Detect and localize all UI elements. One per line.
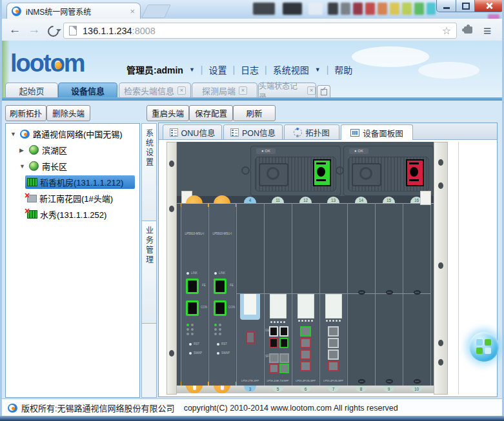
card-handle [270, 294, 287, 318]
quick-tile [485, 348, 491, 354]
delete-headend-button[interactable]: 删除头端 [46, 105, 90, 121]
card-model-label: LP59-2TE-XFP [237, 379, 263, 382]
fe-port [186, 279, 199, 294]
canvas-edge [458, 142, 459, 395]
psu-ok-label: ● OK [256, 148, 276, 154]
sysview-caret-icon[interactable]: ▼ [315, 66, 321, 73]
page-icon [69, 26, 77, 35]
psu-module-1: ● OK [250, 146, 341, 196]
tab-onu-info[interactable]: ONU信息 [163, 124, 222, 140]
cloud-decoration [352, 46, 429, 67]
quick-launch-button[interactable] [469, 332, 499, 362]
refresh-topology-button[interactable]: 刷新拓扑 [5, 105, 46, 121]
quick-tile [476, 339, 483, 346]
caret-down-icon[interactable]: ▼ [19, 163, 25, 170]
list-icon [230, 128, 239, 137]
menu-logs[interactable]: 日志 [241, 63, 259, 76]
desktop-blob [378, 3, 387, 15]
tab-close-icon[interactable]: × [177, 86, 186, 95]
reload-icon[interactable] [48, 26, 59, 37]
menu-sysview[interactable]: 系统视图 [273, 63, 309, 76]
led-cluster [214, 324, 221, 335]
pon-port [300, 338, 311, 348]
tab-close-icon[interactable]: × [307, 86, 316, 95]
card-model-label: LP59-4GE-TX/SFP [265, 379, 291, 382]
url-port: :8008 [132, 26, 156, 36]
tab-search-headend[interactable]: 检索头端信息× [119, 83, 191, 98]
console-port [186, 300, 199, 316]
card-4pon-2: LP59-4PON-SFP [320, 294, 347, 386]
save-config-button[interactable]: 保存配置 [189, 105, 233, 121]
pon-port [300, 361, 311, 371]
card-handle [297, 294, 314, 318]
lootom-logo: lootom [10, 49, 85, 77]
tab-close-icon[interactable]: × [130, 7, 135, 15]
ge-port [269, 338, 278, 348]
desktop-blob [414, 3, 424, 15]
tree-item-shuixiu[interactable]: × 水秀(131.1.1.252) [27, 208, 106, 221]
tab-start-page[interactable]: 起始页 [5, 83, 58, 98]
ge-port [269, 326, 278, 337]
url-bar[interactable]: 136.1.1.234:8008 ☆ [63, 23, 457, 39]
sfp-port [269, 353, 279, 363]
window-maximize-button[interactable] [456, 0, 476, 12]
tree-item-root[interactable]: 路通视信网络(中国无锡) [20, 127, 123, 141]
tree-item-daoxiang[interactable]: 稻香机房(131.1.1.212) [27, 175, 123, 189]
tab-expand-button[interactable] [317, 85, 330, 98]
tab-probe-office[interactable]: 探测局端× [192, 83, 257, 98]
refresh-button[interactable]: 刷新 [233, 105, 276, 121]
restart-headend-button[interactable]: 重启头端 [146, 105, 189, 121]
psu-connector [352, 163, 381, 186]
tab-headend-status[interactable]: 头端状态记录× [258, 83, 316, 98]
desktop-blob [341, 3, 350, 15]
detail-tabbar: ONU信息 PON信息 拓扑图 设备面板图 [159, 123, 497, 140]
tree-item-binhu[interactable]: 滨湖区 [29, 143, 67, 157]
tab-device-panel[interactable]: 设备面板图 [341, 124, 413, 141]
back-icon[interactable]: ← [6, 21, 23, 38]
window-minimize-button[interactable] [436, 0, 457, 12]
window-close-button[interactable] [474, 0, 503, 12]
lootom-icon [20, 130, 30, 139]
pon-port [328, 338, 339, 348]
accordion-system-settings[interactable]: 系统设置 [142, 124, 156, 221]
pon-port [300, 349, 311, 360]
bookmark-star-icon[interactable]: ☆ [442, 24, 451, 37]
globe-icon [29, 145, 39, 155]
browser-tab[interactable]: iNMS统一网管系统 × [6, 3, 141, 19]
lootom-icon [8, 404, 17, 413]
tab-close-icon[interactable]: × [239, 86, 247, 95]
rack-rail-left [166, 142, 177, 395]
desktop-blob [353, 3, 363, 15]
sfp-port [269, 364, 279, 373]
extension-puzzle-icon[interactable] [464, 26, 472, 34]
tab-topology[interactable]: 拓扑图 [284, 124, 339, 140]
menu-help[interactable]: 帮助 [334, 63, 352, 76]
card-2te-xfp: LP59-2TE-XFP [237, 294, 263, 386]
accordion-business-mgmt[interactable]: 业务管理 [142, 221, 156, 324]
user-caret-icon[interactable]: ▼ [189, 66, 195, 73]
rack-rail-right [434, 142, 448, 395]
menu-settings[interactable]: 设置 [208, 63, 227, 76]
card-4ge: GE SFP LP59-4GE-TX/SFP [265, 294, 291, 386]
caret-right-icon[interactable]: ▶ [19, 147, 24, 153]
pon-port [328, 361, 339, 371]
browser-tab-title: iNMS统一网管系统 [26, 6, 123, 17]
caret-down-icon[interactable]: ▼ [10, 131, 16, 137]
globe-icon [29, 161, 39, 171]
forward-icon[interactable]: → [26, 21, 43, 38]
tab-device-info[interactable]: 设备信息 [58, 83, 117, 98]
tab-pon-info[interactable]: PON信息 [223, 124, 283, 140]
quick-tile [485, 339, 491, 346]
tree-item-nanchang[interactable]: 南长区 [29, 159, 67, 173]
card-4pon-1: LP59-4PON-SFP [292, 294, 319, 386]
close-icon [485, 2, 493, 10]
led-row [326, 320, 341, 322]
user-label: 管理员:admin [126, 63, 183, 76]
lootom-favicon [12, 6, 21, 16]
psu-module-2: ● OK [343, 146, 434, 196]
desktop-blob [308, 3, 323, 15]
tree-item-xinjiangnan[interactable]: × 新江南花园(1#头端) [27, 191, 113, 205]
psu-switch-on [313, 159, 331, 186]
browser-menu-icon[interactable]: ≡ [483, 24, 491, 37]
copyright-en: copyright(C) 2010-2014 www.lootom.com Al… [184, 404, 398, 413]
